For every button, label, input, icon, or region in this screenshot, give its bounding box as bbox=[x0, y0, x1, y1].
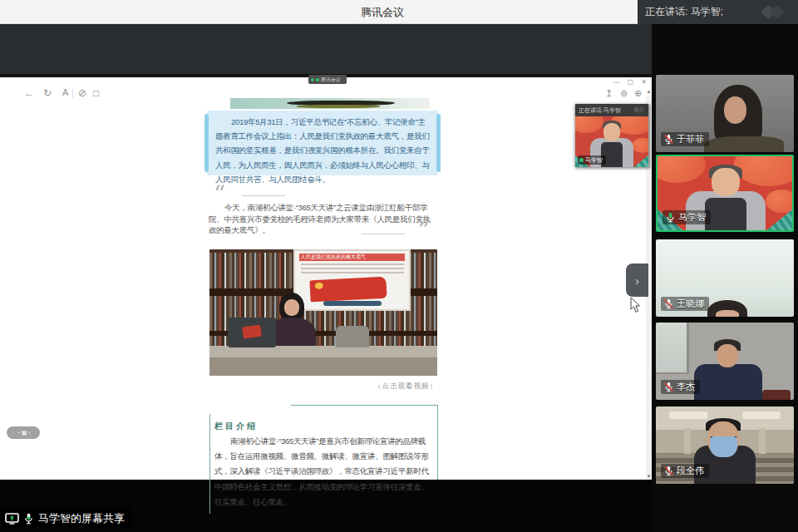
participant-label: 王晓娜 bbox=[661, 297, 709, 311]
overlay-header: 正在讲话:马学智 bbox=[575, 104, 648, 116]
mic-muted-icon bbox=[663, 134, 674, 145]
quote-text: 今天，南湖初心讲堂·“365天天讲”之云课堂由浙江红船干部学院、中共嘉兴市委党校… bbox=[209, 202, 436, 236]
participant-tile-speaking[interactable]: 马学智 bbox=[656, 155, 794, 232]
highlight-box-right-bar bbox=[436, 114, 441, 172]
speaking-label: 正在讲话: 马学智; bbox=[645, 0, 723, 24]
overlay-video: 马学智 bbox=[575, 116, 648, 167]
participant-label: 李杰 bbox=[661, 380, 700, 394]
mic-level-icon bbox=[23, 513, 34, 525]
sidebar-collapse-handle[interactable]: › bbox=[626, 264, 648, 297]
highlight-paragraph-box: 2019年5月31日，习近平总书记在“不忘初心、牢记使命”主题教育工作会议上指出… bbox=[207, 111, 438, 175]
face-mask bbox=[710, 436, 737, 457]
participant-name: 于菲菲 bbox=[677, 133, 704, 145]
close-quote-icon: ” bbox=[418, 217, 430, 244]
shared-document-window: 腾讯会议 — ▢ ✕ ← ↻ A ⊘ □ ↥ ⊛ ⊕ bbox=[0, 74, 652, 480]
person-face bbox=[716, 310, 739, 317]
minibar-label: 腾讯会议 bbox=[321, 76, 341, 83]
person-face bbox=[717, 344, 738, 367]
person-body bbox=[704, 136, 784, 152]
font-size-icon: A bbox=[62, 87, 68, 97]
floating-speaker-overlay: 正在讲话:马学智 马学智 bbox=[575, 104, 648, 167]
overlay-person-face bbox=[603, 123, 620, 141]
person-body bbox=[694, 364, 762, 400]
cloud-decoration bbox=[766, 190, 794, 213]
pull-quote: “ 今天，南湖初心讲堂·“365天天讲”之云课堂由浙江红船干部学院、中共嘉兴市委… bbox=[207, 184, 438, 247]
share-badge-label: 马学智的屏幕共享 bbox=[38, 511, 125, 526]
ime-toolbar-pill: ◔ ▦ ‹ bbox=[7, 426, 40, 439]
overlay-speaking-label: 正在讲话:马学智 bbox=[579, 107, 621, 113]
window-in-background bbox=[656, 323, 689, 374]
mic-muted-icon bbox=[663, 298, 674, 309]
mouse-cursor-icon bbox=[630, 297, 642, 313]
laptop bbox=[228, 318, 276, 347]
party-flag-graphic bbox=[309, 277, 387, 303]
person-face bbox=[712, 168, 740, 196]
section-body: 南湖初心讲堂·“365天天讲”是嘉兴市创新理论宣讲的品牌载体，旨在运用微视频、微… bbox=[214, 434, 434, 510]
cloud-decoration bbox=[575, 116, 603, 133]
person-vest bbox=[705, 198, 746, 232]
minibar-mic-icon bbox=[311, 78, 314, 81]
restore-icon: ▢ bbox=[628, 78, 634, 86]
minibar-cam-icon bbox=[316, 78, 319, 81]
shared-desktop-background bbox=[0, 24, 652, 74]
participants-sidebar: 于菲菲 bbox=[652, 24, 798, 532]
badge-icon: ⊛ bbox=[620, 88, 628, 99]
participant-label: 段全伟 bbox=[661, 464, 709, 478]
titlebar: 腾讯会议 正在讲话: 马学智; bbox=[0, 0, 798, 24]
person-face bbox=[724, 96, 746, 124]
video-caption: （点击观看视频） bbox=[209, 382, 437, 392]
participant-name: 段全伟 bbox=[677, 465, 704, 477]
boat-hull-shape bbox=[297, 105, 380, 108]
flag-sticker bbox=[242, 325, 262, 339]
participant-tile[interactable]: 段全伟 bbox=[656, 406, 794, 484]
mic-on-icon bbox=[665, 212, 676, 223]
projection-screen: 人民是我们党执政的最大底气 bbox=[295, 251, 409, 309]
screen-share-region[interactable]: 腾讯会议 — ▢ ✕ ← ↻ A ⊘ □ ↥ ⊛ ⊕ bbox=[0, 24, 652, 532]
slide-text-lines bbox=[301, 264, 404, 275]
speaking-indicator: 正在讲话: 马学智; bbox=[638, 0, 798, 24]
mic-muted-icon bbox=[663, 466, 674, 476]
participant-name: 王晓娜 bbox=[677, 298, 704, 310]
ceiling-light bbox=[669, 411, 707, 419]
meeting-minibar: 腾讯会议 bbox=[308, 75, 347, 84]
overlay-name-chip: 马学智 bbox=[578, 155, 606, 165]
overlay-logo-icon bbox=[634, 107, 646, 113]
refresh-icon: ↻ bbox=[43, 87, 52, 99]
cloud-decoration bbox=[632, 138, 648, 153]
participant-tile[interactable]: 于菲菲 bbox=[656, 75, 794, 152]
back-icon: ← bbox=[24, 87, 34, 99]
highlight-paragraph-text: 2019年5月31日，习近平总书记在“不忘初心、牢记使命”主题教育工作会议上指出… bbox=[215, 115, 430, 186]
participant-tile[interactable]: 王晓娜 bbox=[656, 239, 794, 317]
section-title: 栏目介绍 bbox=[214, 421, 258, 432]
participant-tile[interactable]: 李杰 bbox=[656, 323, 794, 400]
scroll-up-icon: ▲ bbox=[646, 89, 652, 94]
lecture-video-still: 人民是我们党执政的最大底气 bbox=[209, 249, 437, 376]
presenter-face bbox=[284, 299, 299, 316]
participant-label: 马学智 bbox=[663, 210, 711, 224]
desk bbox=[209, 346, 437, 357]
ime-icons: ◔ ▦ ‹ bbox=[16, 430, 30, 436]
minimize-icon: — bbox=[613, 78, 620, 86]
slide-title: 人民是我们党执政的最大底气 bbox=[299, 254, 405, 261]
share-icon: ↥ bbox=[605, 88, 613, 99]
close-icon: ✕ bbox=[641, 78, 647, 86]
quote-rule-top bbox=[242, 195, 285, 196]
participant-label: 于菲菲 bbox=[661, 132, 709, 146]
toolbar-divider bbox=[72, 89, 73, 98]
overlay-name: 马学智 bbox=[585, 156, 603, 165]
tencent-meeting-window: 腾讯会议 正在讲话: 马学智; 腾讯会议 — ▢ ✕ ← ↻ A bbox=[0, 0, 798, 532]
ceiling-light bbox=[742, 411, 781, 419]
participant-name: 马学智 bbox=[678, 211, 706, 224]
participant-name: 李杰 bbox=[677, 381, 695, 393]
no-image-icon: ⊘ bbox=[78, 87, 86, 99]
scroll-down-icon: ▼ bbox=[646, 474, 652, 479]
quote-rule-bottom bbox=[362, 234, 405, 234]
tencent-meeting-logo-icon bbox=[761, 6, 788, 18]
shared-window-controls: — ▢ ✕ bbox=[613, 78, 647, 86]
chevron-right-icon: › bbox=[635, 273, 639, 288]
desk-front bbox=[209, 357, 437, 376]
screen-share-icon bbox=[5, 513, 19, 525]
mic-muted-icon bbox=[663, 382, 674, 392]
chair bbox=[336, 326, 369, 347]
slide-banner bbox=[323, 301, 382, 306]
